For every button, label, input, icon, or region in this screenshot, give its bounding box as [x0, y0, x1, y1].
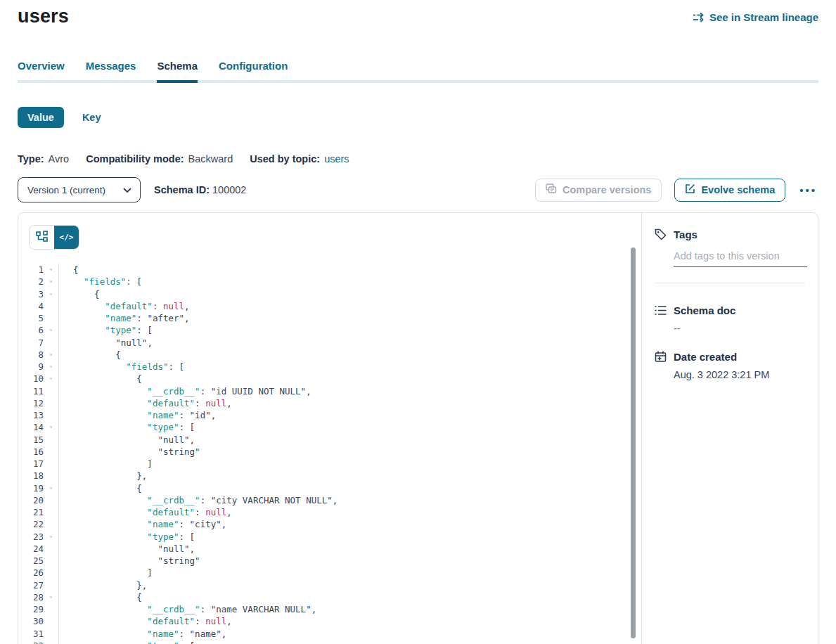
fold-toggle-icon[interactable]: ▾ — [44, 264, 59, 276]
sidebar-divider — [654, 283, 805, 283]
code-view-button[interactable]: </> — [54, 226, 79, 249]
fold-toggle-icon[interactable]: ▾ — [44, 361, 59, 373]
code-text: "name": "after", — [59, 312, 190, 324]
value-toggle-button[interactable]: Value — [18, 107, 64, 128]
code-lines[interactable]: 1▾{2▾ "fields": [3▾ {4 "default": null,5… — [18, 264, 641, 644]
chevron-down-icon — [123, 185, 131, 195]
code-line: 29 "__crdb__": "name VARCHAR NULL", — [18, 603, 641, 615]
fold-toggle-icon[interactable]: ▾ — [44, 640, 59, 644]
code-text: "name": "name", — [59, 628, 226, 640]
line-number: 9 — [18, 361, 44, 373]
code-line: 16 "string" — [18, 446, 641, 458]
add-tags-input[interactable] — [674, 246, 807, 267]
fold-toggle-icon[interactable]: ▾ — [44, 531, 59, 543]
see-in-stream-lineage-link[interactable]: See in Stream lineage — [693, 11, 818, 23]
fold-gutter — [44, 567, 59, 579]
tab-schema[interactable]: Schema — [157, 60, 198, 80]
editor-scrollbar[interactable] — [631, 247, 636, 638]
code-view-icon: </> — [60, 233, 74, 242]
fold-gutter — [44, 458, 59, 470]
code-line: 19▾ { — [18, 482, 641, 494]
code-line: 5 "name": "after", — [18, 312, 641, 324]
code-line: 21 "default": null, — [18, 506, 641, 518]
fold-gutter — [44, 385, 59, 397]
line-number: 28 — [18, 591, 44, 603]
line-number: 10 — [18, 373, 44, 385]
topic-label: Used by topic: — [250, 153, 320, 165]
fold-toggle-icon[interactable]: ▾ — [44, 591, 59, 603]
code-text: "type": [ — [59, 421, 195, 433]
code-text: "default": null, — [59, 397, 232, 409]
fold-toggle-icon[interactable]: ▾ — [44, 421, 59, 433]
key-toggle-button[interactable]: Key — [82, 112, 101, 123]
version-actions: Compare versions Evolve schema ••• — [535, 179, 818, 202]
code-text: "__crdb__": "name VARCHAR NULL", — [59, 603, 316, 615]
tab-overview[interactable]: Overview — [18, 60, 65, 80]
fold-toggle-icon[interactable]: ▾ — [44, 482, 59, 494]
line-number: 29 — [18, 603, 44, 615]
tab-bar: OverviewMessagesSchemaConfiguration — [18, 60, 818, 80]
schema-type: Type: Avro — [18, 153, 69, 165]
code-text: { — [59, 373, 142, 385]
schema-doc-title: Schema doc — [674, 304, 735, 316]
evolve-schema-button[interactable]: Evolve schema — [674, 179, 785, 202]
page-header: users See in Stream lineage — [18, 6, 818, 27]
code-text: "__crdb__": "id UUID NOT NULL", — [59, 385, 311, 397]
schema-sidebar: Tags Schema doc — [642, 213, 818, 644]
line-number: 27 — [18, 579, 44, 591]
code-line: 8▾ { — [18, 349, 641, 361]
code-line: 18 }, — [18, 470, 641, 482]
date-created-title: Date created — [674, 351, 737, 363]
type-value: Avro — [49, 153, 70, 165]
schema-page: users See in Stream lineage OverviewMess… — [0, 6, 836, 644]
fold-toggle-icon[interactable]: ▾ — [44, 288, 59, 300]
code-text: }, — [59, 579, 147, 591]
compare-versions-label: Compare versions — [562, 184, 652, 195]
tree-view-button[interactable] — [30, 226, 54, 249]
compatibility-value: Backward — [188, 153, 233, 165]
code-line: 31 "name": "name", — [18, 628, 641, 640]
line-number: 14 — [18, 421, 44, 433]
schema-card: </> 1▾{2▾ "fields": [3▾ {4 "default": nu… — [18, 212, 818, 644]
schema-id-label: Schema ID: — [154, 184, 210, 195]
fold-gutter — [44, 312, 59, 324]
tab-underline-track — [18, 80, 818, 83]
fold-toggle-icon[interactable]: ▾ — [44, 349, 59, 361]
fold-toggle-icon[interactable]: ▾ — [44, 276, 59, 288]
topic-link[interactable]: users — [324, 153, 349, 165]
code-line: 24 "null", — [18, 543, 641, 555]
fold-toggle-icon[interactable]: ▾ — [44, 324, 59, 336]
code-line: 30 "default": null, — [18, 615, 641, 627]
tag-icon — [654, 228, 667, 240]
code-text: "type": [ — [59, 531, 195, 543]
code-line: 15 "null", — [18, 434, 641, 446]
code-line: 28▾ { — [18, 591, 641, 603]
fold-gutter — [44, 555, 59, 567]
fold-gutter — [44, 543, 59, 555]
code-line: 17 ] — [18, 458, 641, 470]
fold-gutter — [44, 603, 59, 615]
type-label: Type: — [18, 153, 44, 165]
tab-configuration[interactable]: Configuration — [219, 60, 288, 80]
line-number: 32 — [18, 640, 44, 644]
used-by-topic: Used by topic: users — [250, 153, 349, 165]
code-line: 32▾ "type": [ — [18, 640, 641, 644]
code-text: "default": null, — [59, 300, 190, 312]
line-number: 1 — [18, 264, 44, 276]
code-line: 27 }, — [18, 579, 641, 591]
fold-toggle-icon[interactable]: ▾ — [44, 373, 59, 385]
code-text: { — [59, 482, 142, 494]
tab-messages[interactable]: Messages — [86, 60, 136, 80]
compare-versions-button[interactable]: Compare versions — [535, 179, 662, 202]
version-select[interactable]: Version 1 (current) — [18, 177, 141, 202]
code-line: 12 "default": null, — [18, 397, 641, 409]
line-number: 23 — [18, 531, 44, 543]
code-line: 20 "__crdb__": "city VARCHAR NOT NULL", — [18, 494, 641, 506]
code-line: 2▾ "fields": [ — [18, 276, 641, 288]
schema-id-value: 100002 — [212, 184, 246, 195]
fold-gutter — [44, 615, 59, 627]
fold-gutter — [44, 434, 59, 446]
code-text: "__crdb__": "city VARCHAR NOT NULL", — [59, 494, 337, 506]
more-options-button[interactable]: ••• — [798, 181, 818, 199]
code-line: 4 "default": null, — [18, 300, 641, 312]
